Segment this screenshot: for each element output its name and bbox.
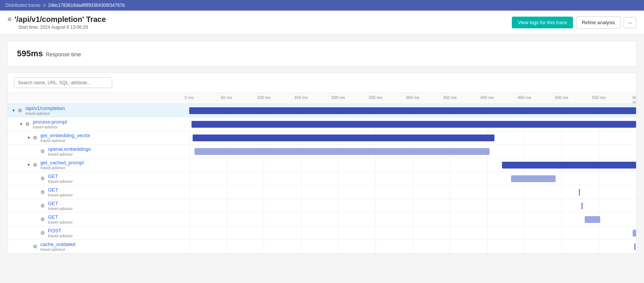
grid-line xyxy=(487,240,488,253)
gear-icon: ⚙ xyxy=(33,244,37,249)
breadcrumb-current: 24bc1783616dadf8f93364305f34767b xyxy=(48,3,125,8)
search-bar xyxy=(8,73,636,93)
time-tick: 550 ms xyxy=(592,95,605,100)
grid-line xyxy=(189,240,190,253)
time-tick: 500 ms xyxy=(555,95,568,100)
search-input[interactable] xyxy=(14,77,112,88)
chevron-icon[interactable]: ▼ xyxy=(26,136,31,140)
grid-line xyxy=(599,240,599,253)
header: ≡ '/api/v1/completion' Trace Start time:… xyxy=(0,11,644,35)
grid-line xyxy=(487,158,488,172)
span-service: travel-advisor xyxy=(48,193,73,197)
grid-line xyxy=(636,104,636,117)
grid-line xyxy=(636,226,636,240)
bar-col xyxy=(189,145,636,158)
grid-line xyxy=(338,172,338,185)
grid-line xyxy=(338,186,338,199)
trace-bar xyxy=(193,135,494,141)
grid-line xyxy=(599,199,599,212)
grid-line xyxy=(413,186,413,199)
chevron-icon[interactable]: ▼ xyxy=(11,108,16,113)
span-service: travel-advisor xyxy=(40,138,90,143)
grid-line xyxy=(301,240,301,253)
span-name-group: GETtravel-advisor xyxy=(48,187,73,197)
grid-line xyxy=(487,226,488,240)
chevron-icon[interactable]: ▼ xyxy=(26,163,31,167)
span-name: cache_outdated xyxy=(40,241,76,247)
span-service: travel-advisor xyxy=(48,206,73,211)
table-row[interactable]: ⚙POSTtravel-advisor xyxy=(8,226,636,240)
trace-bar xyxy=(502,162,636,169)
gear-icon: ⚙ xyxy=(40,189,45,195)
grid-line xyxy=(264,226,264,240)
bar-col xyxy=(189,131,636,144)
table-row[interactable]: ⚙GETtravel-advisor xyxy=(8,172,636,186)
grid-line xyxy=(189,186,190,199)
grid-line xyxy=(338,213,338,226)
grid-line xyxy=(189,226,190,240)
span-service: travel-advisor xyxy=(25,111,65,116)
span-service: travel-advisor xyxy=(33,125,67,129)
grid-line xyxy=(450,213,450,226)
span-name: GET xyxy=(48,214,73,220)
grid-line xyxy=(375,199,376,212)
gear-icon: ⚙ xyxy=(40,176,45,181)
grid-line xyxy=(301,226,301,240)
more-options-button[interactable]: ··· xyxy=(624,17,636,28)
table-row[interactable]: ⚙openai.embeddingstravel-advisor xyxy=(8,145,636,158)
trace-bar xyxy=(585,216,600,223)
span-service: travel-advisor xyxy=(48,152,91,156)
grid-line xyxy=(264,186,264,199)
trace-icon: ≡ xyxy=(8,15,12,23)
table-row[interactable]: ⚙cache_outdatedtravel-advisor xyxy=(8,240,636,254)
span-name-group: GETtravel-advisor xyxy=(48,214,73,224)
gear-icon: ⚙ xyxy=(33,135,37,141)
grid-line xyxy=(487,186,488,199)
grid-line xyxy=(599,186,599,199)
span-service: travel-advisor xyxy=(48,179,73,184)
refine-analysis-button[interactable]: Refine analysis xyxy=(576,16,621,29)
grid-line xyxy=(227,240,227,253)
span-service: travel-advisor xyxy=(48,220,73,224)
span-name: GET xyxy=(48,187,73,193)
bar-col xyxy=(189,104,636,117)
table-row[interactable]: ⚙GETtravel-advisor xyxy=(8,199,636,213)
grid-line xyxy=(599,172,599,185)
grid-line xyxy=(562,240,562,253)
grid-line xyxy=(562,145,562,158)
gear-icon: ⚙ xyxy=(33,162,37,168)
view-logs-button[interactable]: View logs for this trace xyxy=(512,17,573,28)
grid-line xyxy=(524,199,525,212)
table-row[interactable]: ▼⚙get_cached_prompttravel-advisor xyxy=(8,158,636,172)
timeline-header: 0 ms50 ms100 ms150 ms200 ms250 ms300 ms3… xyxy=(8,93,636,104)
table-row[interactable]: ▼⚙process-prompttravel-advisor xyxy=(8,118,636,131)
grid-line xyxy=(562,172,562,185)
table-row[interactable]: ▼⚙get_embedding_vectortravel-advisor xyxy=(8,131,636,145)
grid-line xyxy=(487,213,488,226)
grid-line xyxy=(301,172,301,185)
bar-col xyxy=(189,172,636,185)
name-col: ⚙openai.embeddingstravel-advisor xyxy=(8,145,189,158)
breadcrumb-separator: > xyxy=(43,2,46,8)
grid-line xyxy=(301,199,301,212)
time-tick: 250 ms xyxy=(369,95,382,100)
grid-line xyxy=(189,118,190,131)
table-row[interactable]: ⚙GETtravel-advisor xyxy=(8,186,636,199)
breadcrumb-bar: Distributed traces > 24bc1783616dadf8f93… xyxy=(0,0,644,11)
span-name-group: process-prompttravel-advisor xyxy=(33,119,67,129)
name-col: ▼⚙/api/v1/completiontravel-advisor xyxy=(8,104,189,117)
grid-line xyxy=(450,158,450,172)
grid-line xyxy=(636,172,636,185)
breadcrumb-parent[interactable]: Distributed traces xyxy=(5,3,40,8)
table-row[interactable]: ⚙GETtravel-advisor xyxy=(8,213,636,226)
span-name: POST xyxy=(48,228,73,234)
table-row[interactable]: ▼⚙/api/v1/completiontravel-advisor xyxy=(8,104,636,118)
grid-line xyxy=(264,158,264,172)
trace-bar xyxy=(511,175,556,182)
grid-line xyxy=(264,240,264,253)
chevron-icon[interactable]: ▼ xyxy=(19,122,24,126)
span-name-group: /api/v1/completiontravel-advisor xyxy=(25,105,65,116)
time-tick: 300 ms xyxy=(406,95,419,100)
name-col: ▼⚙get_embedding_vectortravel-advisor xyxy=(8,131,189,144)
time-tick: 100 ms xyxy=(257,95,270,100)
